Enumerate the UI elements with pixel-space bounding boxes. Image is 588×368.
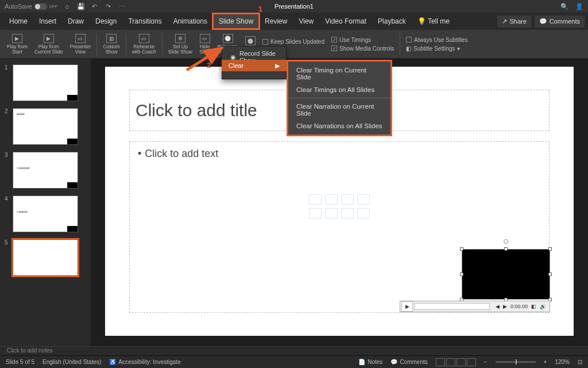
subtitle-settings-button[interactable]: ◧Subtitle Settings ▾ bbox=[406, 45, 467, 52]
captions-icon[interactable]: ◧ bbox=[531, 304, 536, 309]
more-icon[interactable]: ⋯ bbox=[118, 2, 126, 10]
toggle-switch[interactable] bbox=[34, 3, 47, 10]
redo-icon[interactable]: ↷ bbox=[105, 2, 113, 10]
zoom-out-button[interactable]: − bbox=[484, 359, 488, 365]
play-from-current-button[interactable]: ▶Play from Current Slide bbox=[31, 31, 67, 57]
notes-icon: 📄 bbox=[358, 359, 365, 365]
zoom-slider[interactable] bbox=[496, 361, 536, 363]
smartart-icon[interactable] bbox=[341, 194, 354, 205]
step-back-icon[interactable]: ◀ bbox=[496, 304, 500, 309]
comments-button[interactable]: 💬Comments bbox=[535, 16, 585, 28]
thumbnail-2[interactable]: asdad bbox=[13, 108, 78, 145]
volume-icon[interactable]: 🔊 bbox=[540, 304, 546, 309]
checkbox-icon bbox=[262, 39, 268, 45]
view-buttons bbox=[436, 358, 476, 366]
reading-view-button[interactable] bbox=[457, 358, 466, 366]
ribbon: ▶Play from Start ▶Play from Current Slid… bbox=[0, 30, 588, 59]
undo-icon[interactable]: ↶ bbox=[91, 2, 99, 10]
tab-tell-me[interactable]: 💡 Tell me bbox=[412, 14, 455, 29]
resize-handle[interactable] bbox=[460, 273, 463, 276]
share-button[interactable]: ↗Share bbox=[497, 16, 531, 28]
normal-view-button[interactable] bbox=[436, 358, 445, 366]
tab-video-format[interactable]: Video Format bbox=[319, 14, 372, 29]
play-button[interactable]: ▶ bbox=[401, 301, 413, 312]
resize-handle[interactable] bbox=[460, 247, 463, 251]
step-forward-icon[interactable]: ▶ bbox=[503, 304, 507, 309]
body-placeholder[interactable]: •Click to add text ▶ ◀ ▶ bbox=[129, 141, 550, 313]
search-icon[interactable]: 🔍 bbox=[560, 2, 568, 10]
tab-playback[interactable]: Playback bbox=[372, 14, 412, 29]
picture-icon[interactable] bbox=[309, 208, 322, 218]
resize-handle[interactable] bbox=[548, 273, 552, 276]
rotate-handle[interactable] bbox=[504, 239, 508, 244]
presenter-view-button[interactable]: ▭Presenter View bbox=[67, 31, 95, 57]
tab-home[interactable]: Home bbox=[3, 14, 33, 29]
thumbnail-5[interactable] bbox=[13, 239, 78, 276]
progress-track[interactable] bbox=[414, 303, 490, 310]
notes-pane[interactable]: Click to add notes bbox=[0, 346, 588, 355]
save-icon[interactable]: 💾 bbox=[77, 2, 85, 10]
document-title: Presentation1 bbox=[274, 3, 314, 10]
tab-design[interactable]: Design bbox=[90, 14, 122, 29]
online-picture-icon[interactable] bbox=[325, 208, 338, 218]
slide-thumbnails-panel: 1 2asdad 3• skaskasl 4• asdsds 5 bbox=[0, 59, 91, 346]
tab-insert[interactable]: Insert bbox=[33, 14, 62, 29]
account-icon[interactable]: 👤 bbox=[575, 2, 583, 10]
tab-review[interactable]: Review bbox=[259, 14, 293, 29]
autosave-state: OFF bbox=[49, 5, 57, 9]
always-subtitles-checkbox[interactable]: Always Use Subtitles bbox=[406, 37, 467, 43]
monitor-play-icon: ▶ bbox=[12, 34, 22, 43]
slide-indicator[interactable]: Slide 5 of 5 bbox=[6, 359, 34, 365]
tab-view[interactable]: View bbox=[293, 14, 319, 29]
slides-icon: ▥ bbox=[106, 34, 117, 43]
chart-icon[interactable] bbox=[325, 194, 338, 205]
slideshow-view-button[interactable] bbox=[467, 358, 476, 366]
play-from-start-button[interactable]: ▶Play from Start bbox=[3, 31, 31, 57]
home-icon[interactable]: ⌂ bbox=[63, 2, 71, 10]
rehearse-coach-button[interactable]: ▭Rehearse with Coach bbox=[129, 31, 160, 57]
comment-icon: 💬 bbox=[390, 359, 397, 365]
show-media-checkbox[interactable]: ✓Show Media Controls bbox=[331, 45, 394, 52]
custom-show-button[interactable]: ▥Custom Show bbox=[99, 31, 123, 57]
thumbnail-3[interactable]: • skaskasl bbox=[13, 152, 78, 189]
gear-play-icon: ⚙ bbox=[175, 34, 185, 43]
icon-icon[interactable] bbox=[357, 208, 370, 218]
tab-draw[interactable]: Draw bbox=[62, 14, 90, 29]
resize-handle[interactable] bbox=[504, 247, 508, 251]
clear-narrations-all-item[interactable]: Clear Narrations on All Slides bbox=[288, 120, 390, 132]
tab-transitions[interactable]: Transitions bbox=[122, 14, 167, 29]
autosave-toggle[interactable]: AutoSave OFF bbox=[5, 3, 57, 10]
tab-slide-show[interactable]: Slide Show 1 bbox=[213, 14, 259, 29]
video-object[interactable] bbox=[462, 249, 550, 300]
clear-narration-current-item[interactable]: Clear Narration on Current Slide bbox=[288, 100, 390, 120]
monitor-play-icon: ▶ bbox=[44, 34, 54, 43]
clear-timings-all-item[interactable]: Clear Timings on All Slides bbox=[288, 83, 390, 96]
resize-handle[interactable] bbox=[548, 247, 552, 251]
comments-toggle[interactable]: 💬Comments bbox=[390, 359, 427, 365]
clear-timing-current-item[interactable]: Clear Timing on Current Slide bbox=[288, 64, 390, 83]
media-control-bar: ▶ ◀ ▶ 0:00.00 ◧ 🔊 bbox=[400, 301, 550, 312]
thumbnail-1[interactable] bbox=[13, 64, 78, 101]
3d-icon[interactable] bbox=[357, 194, 370, 205]
language-button[interactable]: English (United States) bbox=[42, 359, 101, 365]
zoom-level[interactable]: 120% bbox=[555, 359, 570, 365]
autosave-label: AutoSave bbox=[5, 3, 32, 10]
title-bar: AutoSave OFF ⌂ 💾 ↶ ↷ ⋯ Presentation1 🔍 👤 bbox=[0, 0, 588, 13]
keep-slides-updated-checkbox[interactable]: Keep Slides Updated bbox=[262, 39, 324, 45]
presenter-icon: ▭ bbox=[75, 34, 86, 43]
tab-animations[interactable]: Animations bbox=[168, 14, 213, 29]
content-type-icons[interactable] bbox=[309, 194, 370, 218]
zoom-in-button[interactable]: + bbox=[544, 359, 547, 365]
clear-menu-item[interactable]: 2 Clear ▶ bbox=[222, 60, 287, 71]
accessibility-button[interactable]: ♿Accessibility: Investigate bbox=[109, 359, 180, 365]
checkbox-checked-icon: ✓ bbox=[331, 37, 337, 43]
thumbnail-4[interactable]: • asdsds bbox=[13, 195, 78, 232]
use-timings-checkbox[interactable]: ✓Use Timings bbox=[331, 37, 394, 43]
time-display: 0:00.00 bbox=[510, 304, 528, 309]
table-icon[interactable] bbox=[309, 194, 322, 205]
sorter-view-button[interactable] bbox=[446, 358, 455, 366]
chevron-down-icon: ▾ bbox=[457, 45, 460, 52]
notes-toggle[interactable]: 📄Notes bbox=[358, 359, 382, 365]
fit-window-button[interactable]: ⊡ bbox=[578, 359, 582, 365]
video-icon[interactable] bbox=[341, 208, 354, 218]
